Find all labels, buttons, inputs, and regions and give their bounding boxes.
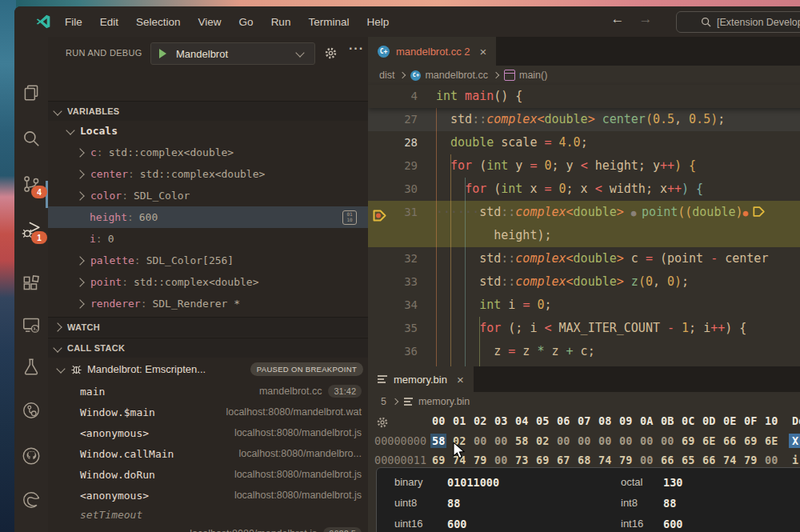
menu-file[interactable]: File <box>56 16 91 28</box>
hex-byte[interactable]: 65 <box>682 454 694 466</box>
hex-byte[interactable]: 00 <box>619 434 632 447</box>
code-line-35[interactable]: 35 for (; i < MAX_ITER_COUNT - 1; i++) { <box>368 317 800 340</box>
more-actions-icon[interactable]: ··· <box>349 42 364 56</box>
activity-explorer-icon[interactable] <box>21 82 42 103</box>
decoded-char[interactable]: X <box>789 434 800 448</box>
hex-byte[interactable]: 69 <box>536 454 549 466</box>
chevron-right-icon[interactable] <box>75 148 84 157</box>
view-binary-icon[interactable]: 01 10 <box>342 210 357 225</box>
chevron-right-icon[interactable] <box>75 278 84 286</box>
hex-byte[interactable]: 00 <box>578 434 590 447</box>
code-line-28[interactable]: 28 double scale = 4.0; <box>368 131 800 154</box>
hex-byte[interactable]: 00 <box>661 434 674 447</box>
start-debug-icon[interactable] <box>159 49 166 58</box>
command-center-search[interactable]: [Extension Develop <box>676 11 800 33</box>
hex-byte[interactable]: 66 <box>723 434 736 447</box>
line-number[interactable]: 32 <box>368 247 418 270</box>
activity-github-icon[interactable] <box>21 446 42 466</box>
code-line-31[interactable]: 31······std::complex<double> ● point((do… <box>368 201 800 224</box>
hex-byte[interactable]: 68 <box>578 454 590 466</box>
breadcrumb[interactable]: dist C+ mandelbrot.cc main() <box>368 66 800 85</box>
hex-byte[interactable]: 00 <box>640 434 653 447</box>
call-stack-section-header[interactable]: CALL STACK <box>48 338 368 358</box>
sticky-line[interactable]: 4int main() { <box>368 85 800 108</box>
variable-row-point[interactable]: point:std::complex<double> <box>48 271 368 293</box>
variable-row-renderer[interactable]: renderer:SDL_Renderer * <box>48 293 368 314</box>
variables-section-header[interactable]: VARIABLES <box>48 101 368 121</box>
stack-frame-Window.callMain[interactable]: Window.callMainlocalhost:8080/mandelbro.… <box>48 443 368 464</box>
hex-byte[interactable]: 00 <box>598 434 611 447</box>
variable-row-color[interactable]: color:SDL_Color <box>48 185 368 206</box>
activity-source-control-graph-icon[interactable] <box>21 400 42 421</box>
hex-byte[interactable]: 79 <box>744 454 757 466</box>
hex-byte[interactable]: 00 <box>494 454 507 466</box>
code-line-wrap[interactable]: height); <box>368 224 800 247</box>
hex-settings-gear-icon[interactable] <box>376 416 389 429</box>
line-number[interactable]: 4 <box>368 85 418 108</box>
breadcrumb-file[interactable]: mandelbrot.cc <box>425 70 488 81</box>
activity-edge-icon[interactable] <box>21 490 42 510</box>
activity-remote-explorer-icon[interactable] <box>21 314 42 335</box>
stack-frame-setTimeout[interactable]: setTimeout <box>48 504 368 525</box>
line-number[interactable]: 33 <box>368 270 418 294</box>
locals-scope-row[interactable]: Locals <box>48 120 368 141</box>
debug-settings-gear-icon[interactable] <box>324 46 338 60</box>
code-line-33[interactable]: 33 std::complex<double> z(0, 0); <box>368 270 800 294</box>
line-number[interactable]: 28 <box>368 131 418 154</box>
hex-byte[interactable]: 79 <box>474 454 486 466</box>
line-number[interactable]: 29 <box>368 154 418 178</box>
code-line-34[interactable]: 34 int i = 0; <box>368 294 800 317</box>
activity-testing-icon[interactable] <box>21 356 42 377</box>
activity-run-and-debug-icon[interactable]: 1 <box>21 219 42 240</box>
chevron-right-icon[interactable] <box>75 256 84 265</box>
stack-frame-Window.doRun[interactable]: Window.doRunlocalhost:8080/mandelbrot.js <box>48 464 368 485</box>
watch-section-header[interactable]: WATCH <box>48 317 368 337</box>
activity-search-icon[interactable] <box>21 128 42 149</box>
hex-byte[interactable]: 6E <box>765 434 778 447</box>
hex-byte[interactable]: 69 <box>682 434 694 447</box>
hex-byte[interactable]: 69 <box>744 434 757 447</box>
hex-byte[interactable]: 00 <box>474 434 486 447</box>
variable-row-center[interactable]: center:std::complex<double> <box>48 163 368 185</box>
hex-byte[interactable]: 66 <box>661 454 674 466</box>
hex-byte[interactable]: 58 <box>430 434 446 448</box>
tab-memory-bin[interactable]: memory.bin × <box>368 366 474 392</box>
hex-byte[interactable]: 67 <box>557 454 570 466</box>
code-line-29[interactable]: 29 for (int y = 0; y < height; y++) { <box>368 154 800 178</box>
code-area[interactable]: 27 std::complex<double> center(0.5, 0.5)… <box>368 85 800 366</box>
menu-go[interactable]: Go <box>230 16 262 28</box>
variable-row-height[interactable]: height:60001 10 <box>48 206 368 228</box>
menu-terminal[interactable]: Terminal <box>299 16 358 28</box>
stack-frame-anonymous[interactable]: <anonymous>localhost:8080/mandelbrot.js <box>48 485 368 506</box>
hex-byte[interactable]: 66 <box>702 454 715 466</box>
debug-session-row[interactable]: Mandelbrot: Emscripten... PAUSED ON BREA… <box>48 358 368 379</box>
hex-byte[interactable]: 00 <box>557 434 570 447</box>
line-number[interactable]: 35 <box>368 317 418 340</box>
breadcrumb-symbol[interactable]: main() <box>519 70 547 81</box>
hex-byte[interactable]: 00 <box>765 454 778 466</box>
line-number[interactable]: 27 <box>368 108 418 131</box>
stack-frame-Window.$main[interactable]: Window.$mainlocalhost:8080/mandelbrot.wa… <box>48 402 368 422</box>
hex-byte[interactable]: 00 <box>494 434 507 447</box>
stack-frame-anonymous[interactable]: <anonymous>localhost:8080/mandelbrot.js <box>48 422 368 443</box>
menu-selection[interactable]: Selection <box>127 16 190 28</box>
hex-byte[interactable]: 58 <box>515 434 528 447</box>
decoded-char[interactable]: i <box>792 454 798 466</box>
activity-source-control-icon[interactable]: 4 <box>21 174 42 194</box>
hex-byte[interactable]: 6E <box>702 434 715 447</box>
chevron-right-icon[interactable] <box>75 299 84 308</box>
line-number[interactable]: 30 <box>368 178 418 201</box>
menu-help[interactable]: Help <box>358 16 398 28</box>
activity-extensions-icon[interactable] <box>21 274 42 294</box>
line-number[interactable]: 36 <box>368 340 418 363</box>
panel-breadcrumb[interactable]: 5 memory.bin <box>368 392 800 411</box>
code-line-30[interactable]: 30 for (int x = 0; x < width; x++) { <box>368 178 800 201</box>
code-line-27[interactable]: 27 std::complex<double> center(0.5, 0.5)… <box>368 108 800 131</box>
hex-byte[interactable]: 73 <box>515 454 528 466</box>
breakpoint-current-icon[interactable] <box>373 206 387 230</box>
hex-byte[interactable]: 79 <box>619 454 632 466</box>
chevron-right-icon[interactable] <box>75 191 84 200</box>
menu-edit[interactable]: Edit <box>91 16 127 28</box>
close-icon[interactable]: × <box>480 45 487 58</box>
stack-frame-run[interactable]: runlocalhost:8080/mandelbrot.js9622:5 <box>48 523 368 532</box>
